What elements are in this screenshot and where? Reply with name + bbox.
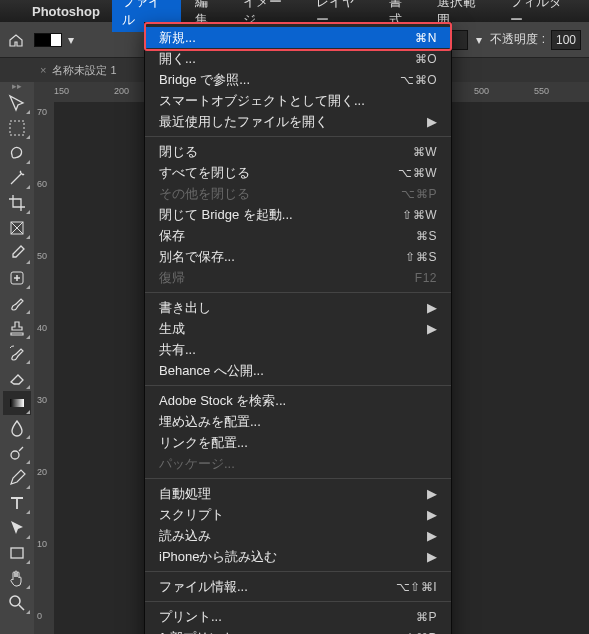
tool-type[interactable] (3, 491, 31, 515)
menu-shortcut: F12 (415, 271, 437, 285)
tool-pen[interactable] (3, 466, 31, 490)
menu-item[interactable]: Behance へ公開... (145, 360, 451, 381)
menu-item[interactable]: 生成▶ (145, 318, 451, 339)
menu-item-label: 共有... (159, 341, 437, 359)
menu-item[interactable]: 保存⌘S (145, 225, 451, 246)
menu-separator (145, 571, 451, 572)
tool-zoom[interactable] (3, 591, 31, 615)
app-name[interactable]: Photoshop (24, 4, 108, 19)
menu-item-label: ファイル情報... (159, 578, 396, 596)
close-tab-icon[interactable]: × (40, 64, 46, 76)
tool-flyout-icon (26, 535, 30, 539)
menu-item-label: 書き出し (159, 299, 427, 317)
menu-item[interactable]: スマートオブジェクトとして開く... (145, 90, 451, 111)
grip-icon[interactable]: ▸▸ (12, 84, 22, 90)
menu-shortcut: ⇧⌘W (402, 208, 437, 222)
tool-lasso[interactable] (3, 141, 31, 165)
tool-flyout-icon (26, 460, 30, 464)
menu-item[interactable]: 閉じる⌘W (145, 141, 451, 162)
tool-eraser[interactable] (3, 366, 31, 390)
menu-item-label: その他を閉じる (159, 185, 401, 203)
menu-item[interactable]: 最近使用したファイルを開く▶ (145, 111, 451, 132)
tool-brush[interactable] (3, 291, 31, 315)
menu-item-label: すべてを閉じる (159, 164, 398, 182)
menu-item[interactable]: 埋め込みを配置... (145, 411, 451, 432)
tool-path-select[interactable] (3, 516, 31, 540)
menu-item[interactable]: 書き出し▶ (145, 297, 451, 318)
menu-item[interactable]: 開く...⌘O (145, 48, 451, 69)
ruler-tick: 550 (534, 86, 549, 96)
menu-item-label: 最近使用したファイルを開く (159, 113, 427, 131)
menu-item[interactable]: 新規...⌘N (145, 27, 451, 48)
menu-item[interactable]: スクリプト▶ (145, 504, 451, 525)
menu-shortcut: ⌘W (413, 145, 437, 159)
menu-item[interactable]: 読み込み▶ (145, 525, 451, 546)
tool-rectangle[interactable] (3, 541, 31, 565)
tool-gradient[interactable] (3, 391, 31, 415)
tool-eyedropper[interactable] (3, 241, 31, 265)
menu-item[interactable]: すべてを閉じる⌥⌘W (145, 162, 451, 183)
menu-shortcut: ⌥⌘O (400, 73, 437, 87)
opacity-input[interactable]: 100 (551, 30, 581, 50)
tool-move[interactable] (3, 91, 31, 115)
menu-item-label: 新規... (159, 29, 415, 47)
tool-flyout-icon (26, 135, 30, 139)
document-tab-title[interactable]: 名称未設定 1 (52, 63, 116, 78)
menu-item-label: 開く... (159, 50, 415, 68)
ruler-tick: 60 (37, 179, 47, 189)
tool-flyout-icon (26, 510, 30, 514)
menu-item[interactable]: ファイル情報...⌥⇧⌘I (145, 576, 451, 597)
menu-item-label: Adobe Stock を検索... (159, 392, 437, 410)
menu-item[interactable]: 閉じて Bridge を起動...⇧⌘W (145, 204, 451, 225)
ruler-tick: 0 (37, 611, 42, 621)
fill-swatch-group[interactable]: ▾ (34, 33, 76, 47)
menu-item: その他を閉じる⌥⌘P (145, 183, 451, 204)
svg-point-4 (11, 451, 19, 459)
menu-item[interactable]: プリント...⌘P (145, 606, 451, 627)
submenu-arrow-icon: ▶ (427, 321, 437, 336)
menu-item[interactable]: Bridge で参照...⌥⌘O (145, 69, 451, 90)
menu-separator (145, 385, 451, 386)
ruler-tick: 30 (37, 395, 47, 405)
tools-panel: ▸▸ (0, 82, 34, 634)
menu-item[interactable]: 1 部プリント⌥⇧⌘P (145, 627, 451, 634)
tool-history-brush[interactable] (3, 341, 31, 365)
menu-item-label: 生成 (159, 320, 427, 338)
menu-item[interactable]: iPhoneから読み込む▶ (145, 546, 451, 567)
menu-item-label: 読み込み (159, 527, 427, 545)
ruler-tick: 200 (114, 86, 129, 96)
ruler-tick: 50 (37, 251, 47, 261)
menu-item[interactable]: Adobe Stock を検索... (145, 390, 451, 411)
menu-item-label: スクリプト (159, 506, 427, 524)
menu-item-label: 復帰 (159, 269, 415, 287)
tool-stamp[interactable] (3, 316, 31, 340)
tool-blur[interactable] (3, 416, 31, 440)
tool-hand[interactable] (3, 566, 31, 590)
menu-item[interactable]: 自動処理▶ (145, 483, 451, 504)
menu-item-label: スマートオブジェクトとして開く... (159, 92, 437, 110)
menu-item[interactable]: 共有... (145, 339, 451, 360)
tool-flyout-icon (26, 485, 30, 489)
menu-item-label: 閉じる (159, 143, 413, 161)
tool-flyout-icon (26, 410, 30, 414)
tool-marquee[interactable] (3, 116, 31, 140)
chevron-down-icon[interactable]: ▾ (474, 35, 484, 45)
home-icon[interactable] (8, 32, 24, 48)
tool-frame[interactable] (3, 216, 31, 240)
svg-rect-5 (11, 548, 23, 558)
tool-flyout-icon (26, 110, 30, 114)
submenu-arrow-icon: ▶ (427, 486, 437, 501)
menu-item[interactable]: リンクを配置... (145, 432, 451, 453)
ruler-tick: 500 (474, 86, 489, 96)
menu-separator (145, 601, 451, 602)
menubar-item-フィルター[interactable]: フィルター (500, 0, 581, 32)
menu-separator (145, 478, 451, 479)
tool-magic-wand[interactable] (3, 166, 31, 190)
tool-healing[interactable] (3, 266, 31, 290)
tool-dodge[interactable] (3, 441, 31, 465)
menu-item[interactable]: 別名で保存...⇧⌘S (145, 246, 451, 267)
menu-item-label: 保存 (159, 227, 416, 245)
tool-crop[interactable] (3, 191, 31, 215)
svg-rect-0 (10, 121, 24, 135)
ruler-tick: 20 (37, 467, 47, 477)
